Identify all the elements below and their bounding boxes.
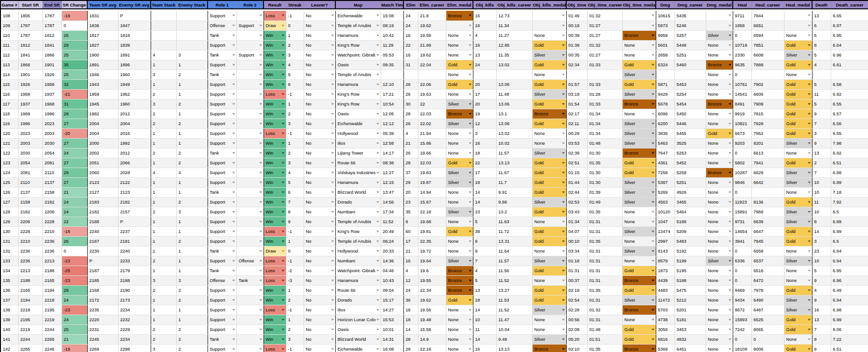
cell-obj_time_career[interactable]: 01:34 <box>587 128 622 138</box>
cell-dmg_medal[interactable]: None <box>706 217 733 226</box>
cell-game[interactable]: 125 <box>0 177 18 187</box>
cell-dmg_medal[interactable]: None <box>706 226 733 236</box>
cell-dmg_career[interactable]: 3453 <box>674 324 706 334</box>
cell-sr_change[interactable]: 28 <box>62 109 87 119</box>
cell-streak[interactable]: 7 <box>286 197 304 207</box>
cell-elim_medal[interactable]: Gold <box>446 226 473 236</box>
cell-role1[interactable]: Support <box>208 79 236 89</box>
cell-enemy_stack[interactable]: 1 <box>176 217 208 226</box>
cell-leaver[interactable]: No <box>304 334 335 344</box>
cell-enemy_stack[interactable]: 1 <box>176 128 208 138</box>
cell-heal_career[interactable]: 6490 <box>751 295 784 305</box>
cell-obj_kills_career[interactable]: 9.86 <box>496 197 532 207</box>
cell-dmg[interactable]: 5871 <box>656 79 674 89</box>
cell-sr_change[interactable]: 27 <box>62 177 87 187</box>
cell-start_sr[interactable]: 1968 <box>18 109 42 119</box>
cell-team_stack[interactable]: 1 <box>151 197 176 207</box>
cell-streak[interactable]: -1 <box>286 89 304 99</box>
cell-enemy_sr_avg[interactable]: 2012 <box>118 109 151 119</box>
cell-dmg_medal[interactable]: Bronze <box>706 168 733 177</box>
cell-dmg_career[interactable]: 6451 <box>674 344 706 352</box>
cell-dmg[interactable]: 5973 <box>656 21 674 30</box>
cell-game[interactable]: 122 <box>0 148 18 158</box>
cell-obj_time_medal[interactable]: Silver <box>622 89 656 99</box>
cell-enemy_stack[interactable]: 3 <box>176 275 208 285</box>
cell-start_sr[interactable]: 2236 <box>18 246 42 256</box>
cell-enemy_sr_avg[interactable]: 2157 <box>118 207 151 217</box>
cell-enemy_sr_avg[interactable]: 2179 <box>118 266 151 275</box>
cell-obj_kills_medal[interactable]: Bronze <box>532 109 566 119</box>
cell-dmg[interactable]: 4361 <box>656 158 674 168</box>
cell-obj_kills_career[interactable]: 11.72 <box>496 226 532 236</box>
cell-heal_medal[interactable] <box>784 11 812 21</box>
cell-elim[interactable]: 16 <box>403 50 418 60</box>
cell-enemy_sr_avg[interactable]: 2123 <box>118 187 151 197</box>
cell-elim_medal[interactable]: None <box>446 50 473 60</box>
cell-streak[interactable]: 3 <box>286 334 304 344</box>
cell-elim_medal[interactable]: None <box>446 344 473 352</box>
cell-enemy_stack[interactable]: 2 <box>176 236 208 246</box>
cell-death[interactable]: 8 <box>812 217 831 226</box>
cell-death[interactable]: 8 <box>812 40 831 50</box>
cell-death[interactable]: 6 <box>812 21 831 30</box>
cell-end_sr[interactable]: 1812 <box>42 30 62 40</box>
cell-obj_time[interactable]: 02:51 <box>566 158 587 168</box>
cell-team_sr_avg[interactable]: 2182 <box>87 207 118 217</box>
cell-obj_time[interactable]: 02:10 <box>566 344 587 352</box>
cell-heal[interactable]: 0 <box>733 148 751 158</box>
cell-dmg_medal[interactable]: None <box>706 236 733 246</box>
cell-obj_time_medal[interactable]: Silver <box>622 246 656 256</box>
cell-team_sr_avg[interactable]: 2051 <box>87 158 118 168</box>
cell-obj_time_career[interactable]: 01:28 <box>587 89 622 99</box>
cell-obj_kills_career[interactable]: 11.52 <box>496 305 532 315</box>
cell-match_time[interactable]: 15:17 <box>381 295 403 305</box>
cell-dmg[interactable]: 3056 <box>656 324 674 334</box>
cell-death_career[interactable]: 7.92 <box>831 197 868 207</box>
cell-heal_career[interactable]: 8006 <box>751 344 784 352</box>
cell-obj_kills_medal[interactable]: Silver <box>532 256 566 266</box>
cell-heal_career[interactable]: 6516 <box>751 266 784 275</box>
cell-elim_medal[interactable]: Silver <box>446 119 473 128</box>
cell-obj_time[interactable]: 05:20 <box>566 334 587 344</box>
cell-enemy_stack[interactable]: 1 <box>176 266 208 275</box>
cell-role2[interactable] <box>236 109 264 119</box>
cell-game[interactable]: 127 <box>0 197 18 207</box>
cell-obj_time[interactable]: 02:08 <box>566 324 587 334</box>
cell-obj_time_medal[interactable]: Bronze <box>622 344 656 352</box>
cell-dmg_career[interactable]: 5460 <box>674 60 706 70</box>
cell-enemy_stack[interactable]: 2 <box>176 334 208 344</box>
cell-role2[interactable] <box>236 40 264 50</box>
cell-enemy_sr_avg[interactable]: 2004 <box>118 119 151 128</box>
cell-death[interactable]: 9 <box>812 275 831 285</box>
cell-role1[interactable]: Support <box>208 226 236 236</box>
cell-heal_career[interactable]: 8201 <box>751 138 784 148</box>
cell-enemy_sr_avg[interactable]: 2232 <box>118 315 151 324</box>
cell-sr_change[interactable]: 25 <box>62 30 87 40</box>
cell-start_sr[interactable]: 2210 <box>18 236 42 246</box>
cell-obj_time_medal[interactable]: None <box>622 207 656 217</box>
cell-dmg_medal[interactable]: Silver <box>706 30 733 40</box>
cell-dmg_medal[interactable]: None <box>706 197 733 207</box>
cell-obj_kills_career[interactable]: 11.52 <box>496 275 532 285</box>
cell-role2[interactable] <box>236 285 264 295</box>
cell-elim_career[interactable]: 15.67 <box>418 197 446 207</box>
cell-team_stack[interactable]: 1 <box>151 177 176 187</box>
cell-heal_medal[interactable]: None <box>784 246 812 256</box>
cell-role2[interactable] <box>236 11 264 21</box>
cell-heal_career[interactable]: 6525 <box>751 315 784 324</box>
cell-death[interactable]: 7 <box>812 168 831 177</box>
cell-game[interactable]: 132 <box>0 246 18 256</box>
cell-obj_kills[interactable]: 13 <box>473 285 496 295</box>
cell-dmg[interactable]: 2658 <box>656 50 674 60</box>
cell-sr_change[interactable]: 35 <box>62 60 87 70</box>
cell-enemy_stack[interactable]: 1 <box>176 109 208 119</box>
cell-elim_career[interactable]: 14.9 <box>418 334 446 344</box>
cell-heal_career[interactable]: 8065 <box>751 324 784 334</box>
cell-obj_time_medal[interactable]: Bronze <box>622 99 656 109</box>
cell-heal_career[interactable] <box>751 70 784 79</box>
cell-leaver[interactable]: No <box>304 40 335 50</box>
cell-game[interactable]: 120 <box>0 128 18 138</box>
cell-sr_change[interactable]: 32 <box>62 79 87 89</box>
cell-sr_change[interactable]: 27 <box>62 158 87 168</box>
cell-obj_kills_medal[interactable]: Silver <box>532 197 566 207</box>
